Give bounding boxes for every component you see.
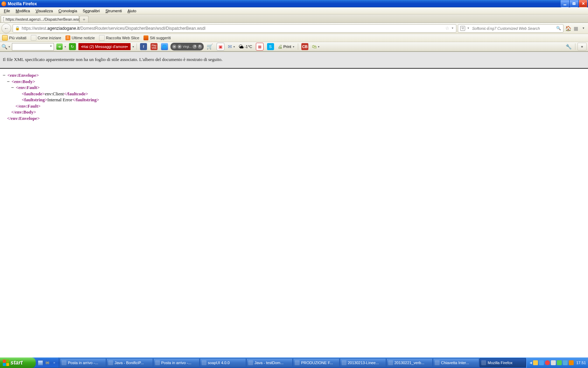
taskbar-item[interactable]: Chiavetta Inter...	[433, 358, 479, 367]
menu-item[interactable]: Strumenti	[103, 8, 124, 14]
page-icon	[99, 35, 105, 41]
new-tab-button[interactable]: +	[79, 16, 89, 22]
minimize-button[interactable]	[561, 0, 569, 7]
stop-icon: ▶	[177, 45, 182, 49]
collapse-toggle[interactable]: −	[3, 73, 6, 78]
menu-item[interactable]: Cronologia	[56, 8, 79, 14]
taskbar-item[interactable]: Mozilla Firefox	[479, 358, 526, 367]
task-icon	[155, 360, 160, 365]
address-bar[interactable]: 🔒 https://wstest.agenziadogane.it/Domest…	[13, 24, 456, 33]
radio-player[interactable]: ▶ ▶ Virgi... ◀ ▶	[170, 43, 204, 50]
weather-widget[interactable]: 🌥 -1°C	[238, 43, 253, 50]
toolbar-search-input[interactable]: ▼	[12, 43, 54, 50]
tray-icon[interactable]	[557, 360, 562, 365]
windows-taskbar: start ✉ » Posta in arrivo -...Java - Bon…	[0, 357, 588, 368]
toolbar-dropdown-icon[interactable]: ▼	[580, 25, 587, 32]
taskbar-item[interactable]: PRODUZIONE F...	[293, 358, 339, 367]
outlook-icon[interactable]: ✉	[44, 359, 50, 367]
menu-item[interactable]: Aiuto	[125, 8, 139, 14]
toolbar-message-badge[interactable]: •Hai (2) Messaggi d'amore•	[78, 43, 131, 50]
show-desktop-icon[interactable]	[37, 359, 43, 367]
playvids-icon[interactable]: PlayVids	[149, 43, 159, 50]
browser-tab[interactable]: https://wstest.agenzi.../DispatcherBean.…	[1, 15, 79, 22]
maximize-button[interactable]	[570, 0, 578, 7]
cb-icon[interactable]: CB	[300, 43, 309, 50]
window-titlebar: Mozilla Firefox	[0, 0, 588, 7]
chevron-down-icon[interactable]: ▼	[64, 46, 66, 48]
taskbar-item[interactable]: 20130221_verb...	[386, 358, 433, 367]
tray-icon[interactable]	[551, 360, 556, 365]
toolbar-search-button[interactable]: 🔍▼	[1, 44, 10, 49]
bag-icon[interactable]: 🛍▼	[311, 43, 321, 50]
add-button[interactable]: +	[578, 43, 587, 50]
bookmark-item[interactable]: Raccolta Web Slice	[99, 35, 139, 41]
search-engine-dropdown-icon[interactable]: ▼	[467, 27, 470, 30]
task-label: Posta in arrivo -...	[161, 361, 191, 365]
tv-icon[interactable]: ▣	[216, 43, 225, 50]
search-input[interactable]	[471, 26, 554, 31]
tray-icon[interactable]	[569, 360, 574, 365]
bookmarks-toolbar: Più visitatiCome iniziare☰Ultime notizie…	[0, 34, 588, 42]
globe-icon[interactable]: 🌐	[160, 43, 169, 50]
mail-icon[interactable]: ✉▼	[227, 43, 236, 50]
bookmark-item[interactable]: ☰Ultime notizie	[65, 35, 95, 40]
print-button[interactable]: 🖨 Print ▼	[276, 43, 296, 50]
toolbar-go-button[interactable]: ➜	[56, 43, 63, 50]
tray-icon[interactable]	[545, 360, 550, 365]
wrench-icon[interactable]: 🔧	[564, 43, 573, 50]
bookmark-label: Come iniziare	[38, 36, 61, 40]
quick-launch-chevron-icon[interactable]: »	[51, 359, 57, 367]
taskbar-item[interactable]: soapUI 4.0.0	[200, 358, 246, 367]
facebook-icon[interactable]: f	[139, 43, 148, 50]
search-go-icon[interactable]: 🔍	[556, 26, 561, 30]
collapse-toggle[interactable]: −	[7, 79, 10, 84]
taskbar-item[interactable]: Posta in arrivo -...	[60, 358, 106, 367]
windows-logo-icon	[3, 360, 9, 366]
url-dropdown-icon[interactable]: ▼	[451, 27, 454, 30]
task-label: Mozilla Firefox	[488, 361, 512, 365]
bookmark-item[interactable]: Siti suggeriti	[144, 35, 171, 40]
skype-icon[interactable]: S	[266, 43, 275, 50]
close-button[interactable]	[579, 0, 587, 7]
bookmark-label: Ultime notizie	[72, 36, 95, 40]
start-button[interactable]: start	[0, 357, 36, 368]
menu-item[interactable]: Visualizza	[33, 8, 55, 14]
menu-item[interactable]: Modifica	[13, 8, 33, 14]
clock[interactable]: 17.51	[576, 361, 586, 365]
tray-icon[interactable]	[539, 360, 544, 365]
task-label: 20130221_verb...	[394, 361, 425, 365]
bookmark-item[interactable]: Più visitati	[2, 35, 27, 41]
addon-pocket-icon[interactable]: ▦	[573, 25, 579, 32]
home-button[interactable]: 🏠	[565, 25, 571, 32]
cart-icon[interactable]: 🛒	[205, 43, 214, 50]
chevron-down-icon[interactable]: ▼	[50, 45, 52, 47]
taskbar-item[interactable]: 20130213-Linee...	[340, 358, 386, 367]
tray-icon[interactable]	[563, 360, 568, 365]
taskbar-item[interactable]: Java - BonificiP...	[106, 358, 153, 367]
back-button[interactable]: ←	[1, 23, 11, 33]
chevron-down-icon[interactable]: ▼	[132, 46, 134, 48]
menubar[interactable]: FileModificaVisualizzaCronologiaSegnalib…	[0, 7, 588, 14]
search-bar[interactable]: Q ▼ 🔍	[458, 24, 564, 33]
taskbar-item[interactable]: Java - testDom...	[246, 358, 293, 367]
bookmark-star-icon[interactable]: ☆	[445, 26, 449, 31]
separator	[575, 43, 575, 50]
xml-notice: Il file XML specificato apparentemente n…	[0, 52, 588, 69]
menu-item[interactable]: Segnalibri	[80, 8, 102, 14]
search-engine-icon[interactable]: Q	[460, 26, 465, 31]
print-label: Print	[284, 45, 292, 49]
page-icon	[31, 35, 36, 41]
bookmark-item[interactable]: Come iniziare	[31, 35, 61, 41]
tray-expand-icon[interactable]: ◀	[530, 361, 532, 364]
calendar-icon[interactable]: ▦	[255, 43, 265, 50]
menu-item[interactable]: File	[1, 8, 13, 14]
taskbar-item[interactable]: Posta in arrivo -...	[153, 358, 200, 367]
orb-icon	[144, 35, 148, 40]
system-tray[interactable]: ◀ 17.51	[526, 357, 588, 368]
collapse-toggle[interactable]: −	[11, 85, 14, 90]
url-path: /DomestRouter/services/DispatcherBean/ws…	[79, 26, 205, 31]
page-icon	[3, 17, 4, 21]
tray-icon[interactable]	[533, 360, 538, 365]
chevron-down-icon: ▼	[292, 46, 295, 48]
toolbar-refresh-icon[interactable]: ↻	[68, 43, 77, 50]
